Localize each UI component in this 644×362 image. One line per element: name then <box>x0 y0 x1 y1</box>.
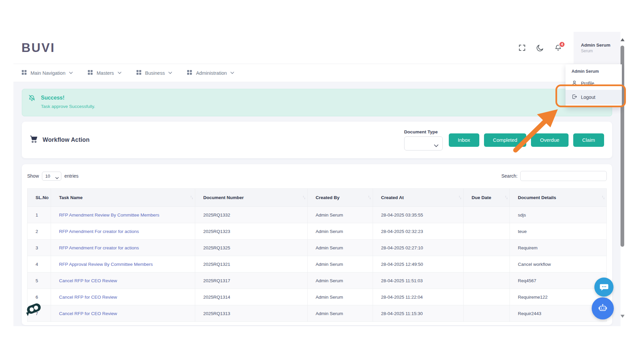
cell-due_date <box>464 305 510 322</box>
sort-icon: ↑↓ <box>368 195 371 198</box>
scroll-up-icon[interactable] <box>621 38 625 41</box>
table-row: 3RFP Amendment For creator for actions20… <box>28 240 607 256</box>
cell-task: Cancel RFP for CEO Review <box>51 305 195 322</box>
cell-doc_number: 2025RQ1314 <box>195 289 308 305</box>
task-link[interactable]: Cancel RFP for CEO Review <box>59 295 117 300</box>
cell-sl: 5 <box>28 273 51 289</box>
column-header-label: Created At <box>381 195 404 200</box>
menu-item-logout[interactable]: Logout <box>566 90 622 105</box>
cell-details: teue <box>510 223 607 240</box>
task-link[interactable]: RFP Approval Review By Committee Members <box>59 262 153 267</box>
logout-icon <box>572 94 577 101</box>
cell-created_at: 28-04-2025 03:35:55 <box>373 207 464 223</box>
cell-created_by: Admin Serum <box>308 305 373 322</box>
assistant-robot-fab-button[interactable] <box>592 297 614 319</box>
chevron-down-icon <box>434 142 438 148</box>
user-name: Admin Serum <box>581 43 621 48</box>
sort-icon: ↑↓ <box>505 195 507 198</box>
column-header-label: Due Date <box>472 195 491 200</box>
task-link[interactable]: RFP Amendment For creator for actions <box>59 245 139 250</box>
task-link[interactable]: RFP Amendment For creator for actions <box>59 229 139 234</box>
page-size-select[interactable]: 10 <box>42 172 61 181</box>
alert-message: Task approve Successfully. <box>41 104 95 109</box>
column-header[interactable]: Created At↑↓ <box>373 189 464 207</box>
cell-details: Cancel workflow <box>510 256 607 273</box>
cell-created_by: Admin Serum <box>308 256 373 273</box>
column-header-label: Created By <box>316 195 339 200</box>
grid-icon <box>21 70 27 76</box>
chevron-down-icon <box>69 72 73 74</box>
page-title: Workflow Action <box>43 136 90 143</box>
content-area: Success! Task approve Successfully. Work… <box>13 82 621 326</box>
completed-button[interactable]: Completed <box>484 133 527 147</box>
cell-task: RFP Amendment Review By Committee Member… <box>51 207 195 223</box>
show-label: Show <box>27 173 39 179</box>
chat-fab-button[interactable] <box>594 278 613 297</box>
inbox-button[interactable]: Inbox <box>449 133 479 147</box>
cell-due_date <box>464 273 510 289</box>
user-menu-toggle[interactable]: Admin Serum Serum <box>574 32 621 64</box>
tasks-table-card: Show 10 entries Search: <box>22 164 612 325</box>
cell-due_date <box>464 289 510 305</box>
fullscreen-icon[interactable] <box>518 44 526 52</box>
cell-details: Requireme122 <box>510 289 607 305</box>
table-header-row: SL.No↑↓Task Name↑↓Document Number↑↓Creat… <box>28 189 607 207</box>
cell-created_at: 28-04-2025 02:32:23 <box>373 223 464 240</box>
cell-created_at: 28-04-2025 11:22:04 <box>373 289 464 305</box>
nav-item-business[interactable]: Business <box>136 70 172 76</box>
notifications-bell-icon[interactable]: 4 <box>554 44 562 52</box>
nav-item-main-navigation[interactable]: Main Navigation <box>21 70 73 76</box>
column-header[interactable]: Task Name↑↓ <box>51 189 195 207</box>
entries-label: entries <box>64 173 78 179</box>
cell-sl: 2 <box>28 223 51 240</box>
cell-sl: 3 <box>28 240 51 256</box>
claim-button[interactable]: Claim <box>573 133 604 147</box>
cell-sl: 1 <box>28 207 51 223</box>
table-row: 5Cancel RFP for CEO Review2025RQ1317Admi… <box>28 273 607 289</box>
grid-icon <box>136 70 142 76</box>
document-type-select[interactable] <box>404 136 443 150</box>
sort-icon: ↑↓ <box>459 195 461 198</box>
nav-item-label: Administration <box>196 70 227 76</box>
app-logo: BUVI <box>21 41 55 55</box>
table-row: 2RFP Amendment For creator for actions20… <box>28 223 607 240</box>
search-input[interactable] <box>520 171 607 181</box>
nav-item-administration[interactable]: Administration <box>187 70 234 76</box>
cell-sl: 6 <box>28 289 51 305</box>
user-role: Serum <box>581 49 621 53</box>
column-header-label: Document Details <box>518 195 556 200</box>
alert-title: Success! <box>41 95 95 101</box>
scroll-down-icon[interactable] <box>621 315 625 318</box>
cart-icon <box>30 135 38 144</box>
cell-task: RFP Amendment For creator for actions <box>51 240 195 256</box>
sort-icon: ↑↓ <box>602 195 604 198</box>
task-link[interactable]: Cancel RFP for CEO Review <box>59 278 117 283</box>
cell-task: RFP Amendment For creator for actions <box>51 223 195 240</box>
column-header[interactable]: Document Number↑↓ <box>195 189 308 207</box>
dark-mode-moon-icon[interactable] <box>536 44 544 52</box>
column-header[interactable]: Document Details↑↓ <box>510 189 607 207</box>
cell-doc_number: 2025RQ1325 <box>195 240 308 256</box>
task-link[interactable]: RFP Amendment Review By Committee Member… <box>59 213 159 218</box>
task-link[interactable]: Cancel RFP for CEO Review <box>59 311 117 316</box>
bell-slash-icon <box>28 95 36 102</box>
column-header[interactable]: Due Date↑↓ <box>464 189 510 207</box>
tasks-table: SL.No↑↓Task Name↑↓Document Number↑↓Creat… <box>27 188 607 322</box>
menu-item-profile[interactable]: Profile <box>566 77 622 90</box>
nav-item-masters[interactable]: Masters <box>88 70 121 76</box>
nav-item-label: Main Navigation <box>31 70 65 76</box>
user-menu-header: Admin Serum <box>566 64 622 77</box>
main-navbar: Main Navigation Masters Business <box>13 64 621 82</box>
cell-task: Cancel RFP for CEO Review <box>51 289 195 305</box>
column-header[interactable]: SL.No↑↓ <box>28 189 51 207</box>
table-row: 6Cancel RFP for CEO Review2025RQ1314Admi… <box>28 289 607 305</box>
menu-item-label: Profile <box>581 81 594 86</box>
table-row: 1RFP Amendment Review By Committee Membe… <box>28 207 607 223</box>
column-header[interactable]: Created By↑↓ <box>308 189 373 207</box>
cell-doc_number: 2025RQ1321 <box>195 256 308 273</box>
cell-due_date <box>464 256 510 273</box>
chevron-down-icon <box>168 72 172 74</box>
nav-item-label: Business <box>145 70 165 76</box>
user-dropdown-menu: Admin Serum Profile Logout <box>566 64 622 107</box>
overdue-button[interactable]: Overdue <box>531 133 569 147</box>
